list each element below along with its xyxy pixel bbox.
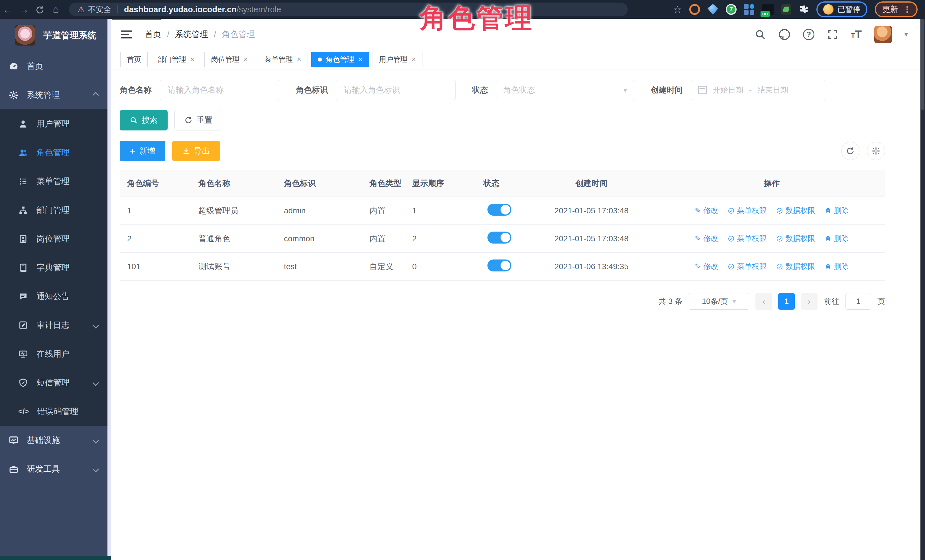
pagination: 共 3 条 10条/页 ▾ ‹ 1 › 前往 页 xyxy=(120,293,885,309)
add-button[interactable]: + 新增 xyxy=(120,141,165,161)
status-toggle-on[interactable] xyxy=(487,204,511,216)
back-icon[interactable]: ← xyxy=(0,3,16,15)
circle-check-icon xyxy=(776,263,783,270)
menu-permission-link[interactable]: 菜单权限 xyxy=(728,234,767,243)
column-settings-button[interactable] xyxy=(867,142,885,160)
security-label[interactable]: 不安全 xyxy=(88,4,111,15)
text-size-icon[interactable]: TT xyxy=(851,29,862,41)
forward-icon[interactable]: → xyxy=(16,3,32,15)
delete-link[interactable]: 删除 xyxy=(825,234,849,243)
browser-menu-kebab-icon[interactable]: ⋮ xyxy=(903,4,912,15)
tab-users[interactable]: 用户管理× xyxy=(372,52,422,67)
sidebar-item-audit-log[interactable]: 审计日志 xyxy=(0,311,111,339)
edit-link[interactable]: ✎修改 xyxy=(695,234,718,243)
fullscreen-icon[interactable] xyxy=(827,29,838,40)
sidebar-item-error-codes[interactable]: </> 错误码管理 xyxy=(0,397,111,426)
sidebar-item-dev-tools[interactable]: 研发工具 xyxy=(0,455,111,483)
close-icon[interactable]: × xyxy=(190,55,194,64)
user-icon xyxy=(18,119,28,129)
breadcrumb-system[interactable]: 系统管理 xyxy=(175,29,208,40)
search-button[interactable]: 搜索 xyxy=(120,110,167,131)
edit-link[interactable]: ✎修改 xyxy=(695,261,718,272)
edit-link[interactable]: ✎修改 xyxy=(695,206,718,216)
header-create-time: 创建时间 xyxy=(524,178,658,189)
sidebar-item-system[interactable]: 系统管理 xyxy=(0,81,111,110)
extensions-puzzle-icon[interactable] xyxy=(799,4,809,15)
sidebar-item-home[interactable]: 首页 xyxy=(0,52,111,81)
sidebar-item-menus[interactable]: 菜单管理 xyxy=(0,167,111,196)
tab-home[interactable]: 首页 xyxy=(120,52,148,67)
page-1-button[interactable]: 1 xyxy=(778,293,795,309)
address-bar[interactable]: ⚠ 不安全 dashboard.yudao.iocoder.cn /system… xyxy=(69,3,628,16)
window-scrollbar[interactable] xyxy=(920,19,925,560)
tab-menus[interactable]: 菜单管理× xyxy=(258,52,307,67)
goto-page-input[interactable] xyxy=(845,293,871,309)
close-icon[interactable]: × xyxy=(411,55,416,64)
user-avatar[interactable] xyxy=(874,26,892,43)
extension-icon-leaf[interactable] xyxy=(781,4,791,15)
not-secure-warning-icon: ⚠ xyxy=(78,5,85,14)
data-permission-link[interactable]: 数据权限 xyxy=(776,261,815,272)
delete-link[interactable]: 删除 xyxy=(825,206,849,216)
menu-permission-link[interactable]: 菜单权限 xyxy=(728,261,767,272)
date-range-picker[interactable]: 开始日期 - 结束日期 xyxy=(691,80,825,100)
url-domain[interactable]: dashboard.yudao.iocoder.cn xyxy=(124,5,237,14)
breadcrumb-home[interactable]: 首页 xyxy=(145,29,161,40)
refresh-table-button[interactable] xyxy=(841,142,859,160)
tab-posts[interactable]: 岗位管理× xyxy=(204,52,254,67)
role-name-input[interactable] xyxy=(160,80,279,100)
sidebar-item-roles[interactable]: 角色管理 xyxy=(0,138,111,167)
shield-check-icon xyxy=(18,378,28,388)
url-path[interactable]: /system/role xyxy=(237,5,281,14)
page-size-select[interactable]: 10条/页 ▾ xyxy=(689,293,749,309)
docs-question-icon[interactable]: ? xyxy=(803,29,814,40)
close-icon[interactable]: × xyxy=(358,55,363,64)
sidebar-item-infrastructure[interactable]: 基础设施 xyxy=(0,426,111,455)
browser-update-button[interactable]: 更新 ⋮ xyxy=(875,2,917,17)
extension-icon-grid[interactable] xyxy=(744,4,755,15)
extension-icon-blue-gem[interactable] xyxy=(708,4,718,15)
data-permission-link[interactable]: 数据权限 xyxy=(776,234,815,243)
sidebar-scrollbar[interactable] xyxy=(107,19,111,560)
role-page: 角色名称 角色标识 状态 角色状态 ▾ 创建时间 开始日期 - 结束日期 xyxy=(120,80,885,309)
overlay-annotation-title: 角色管理 xyxy=(420,0,533,36)
close-icon[interactable]: × xyxy=(297,55,301,64)
extension-icon-orange-ring[interactable] xyxy=(689,4,700,15)
sidebar-item-online-users[interactable]: 在线用户 xyxy=(0,339,111,368)
sidebar-item-users[interactable]: 用户管理 xyxy=(0,110,111,138)
role-key-input[interactable] xyxy=(336,80,455,100)
delete-link[interactable]: 删除 xyxy=(825,261,849,272)
sidebar-item-sms[interactable]: 短信管理 xyxy=(0,368,111,397)
sidebar-item-notices[interactable]: 通知公告 xyxy=(0,282,111,311)
profile-paused-pill[interactable]: 已暂停 xyxy=(817,2,868,17)
sidebar-item-dictionary[interactable]: 字典管理 xyxy=(0,253,111,282)
sidebar-logo[interactable]: 芋道管理系统 xyxy=(0,19,111,52)
extension-icon-green[interactable]: 7 xyxy=(726,4,737,15)
menu-list-icon xyxy=(18,177,28,186)
reload-icon[interactable] xyxy=(32,3,48,15)
status-toggle-on[interactable] xyxy=(487,231,511,243)
sidebar-collapse-icon[interactable] xyxy=(121,30,132,39)
close-icon[interactable]: × xyxy=(243,55,248,64)
extension-icon-dark[interactable]: on xyxy=(762,4,774,15)
chevron-down-icon: ▾ xyxy=(624,86,627,95)
reset-button[interactable]: 重置 xyxy=(175,110,222,131)
scrollbar-thumb[interactable] xyxy=(921,19,924,110)
export-button[interactable]: 导出 xyxy=(172,141,220,161)
tab-departments[interactable]: 部门管理× xyxy=(151,52,201,67)
avatar-caret-down-icon[interactable]: ▾ xyxy=(904,30,908,39)
next-page-button[interactable]: › xyxy=(801,293,818,309)
search-icon[interactable] xyxy=(755,29,766,40)
bookmark-star-icon[interactable]: ☆ xyxy=(673,4,682,15)
sidebar-item-departments[interactable]: 部门管理 xyxy=(0,196,111,224)
status-toggle-on[interactable] xyxy=(487,260,511,272)
data-permission-link[interactable]: 数据权限 xyxy=(776,206,815,216)
sidebar-item-posts[interactable]: 岗位管理 xyxy=(0,224,111,253)
github-icon[interactable] xyxy=(779,29,791,41)
trash-icon xyxy=(825,207,832,214)
status-select[interactable]: 角色状态 ▾ xyxy=(496,80,634,100)
menu-permission-link[interactable]: 菜单权限 xyxy=(728,206,767,216)
home-icon[interactable]: ⌂ xyxy=(48,3,64,15)
prev-page-button[interactable]: ‹ xyxy=(755,293,772,309)
tab-roles-active[interactable]: 角色管理× xyxy=(311,52,369,67)
